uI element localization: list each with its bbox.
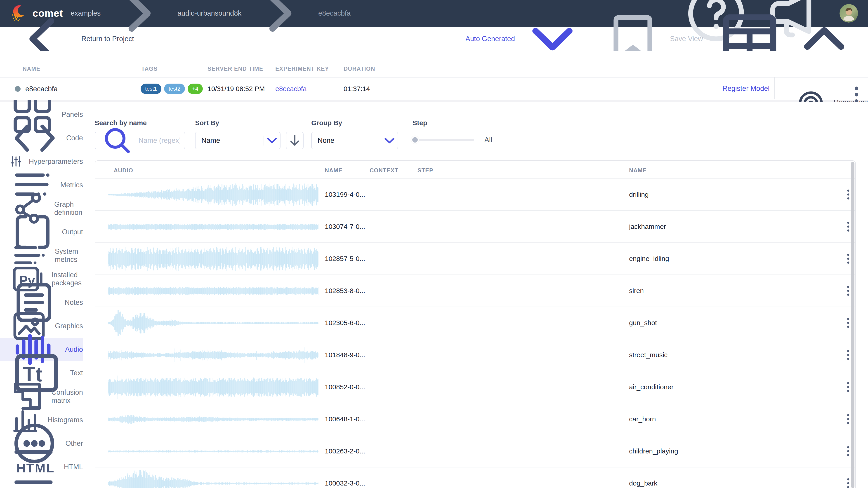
chevron-right-icon	[246, 0, 314, 47]
audio-row: 102305-6-0... gun_shot	[95, 307, 855, 339]
audio-file-name: 103074-7-0...	[325, 223, 365, 230]
audio-file-name: 101848-9-0...	[325, 351, 365, 359]
sidebar-item-label: Other	[65, 440, 83, 448]
save-view-label: Save View	[670, 35, 703, 43]
audio-waveform[interactable]	[108, 309, 318, 337]
sidebar-item-label: Code	[66, 134, 83, 142]
search-input-wrapper	[95, 132, 185, 149]
register-model-button[interactable]: Register Model	[722, 85, 770, 93]
experiment-tag[interactable]: test2	[164, 84, 185, 94]
group-filter-group: Group By None	[311, 119, 398, 149]
svg-text:HTML: HTML	[16, 461, 55, 475]
audio-file-name: 102305-6-0...	[325, 319, 365, 327]
sidebar-item-label: Metrics	[60, 181, 83, 189]
audio-row: 100852-0-0... air_conditioner	[95, 371, 855, 403]
column-header-name[interactable]: NAME	[23, 66, 40, 72]
app-root: comet examplesaudio-urbansound8ke8ecacbf…	[0, 0, 868, 488]
column-header-server-end-time[interactable]: SERVER END TIME	[208, 66, 264, 72]
sort-filter-group: Sort By Name	[195, 119, 304, 149]
chevron-down-icon	[264, 132, 280, 149]
audio-rows: 103199-4-0... drilling 103074-7-0... jac…	[95, 179, 855, 488]
audio-label: engine_idling	[629, 255, 669, 263]
experiment-key-link[interactable]: e8ecacbfa	[275, 85, 307, 93]
sidebar-item-label: Confusion matrix	[51, 388, 83, 404]
search-filter-group: Search by name	[95, 119, 185, 149]
experiment-name[interactable]: e8ecacbfa	[25, 85, 58, 93]
column-header-tags[interactable]: TAGS	[141, 66, 158, 72]
audio-row: 102853-8-0... siren	[95, 275, 855, 307]
experiment-tag[interactable]: test1	[141, 84, 161, 94]
step-slider-thumb[interactable]	[411, 136, 419, 144]
sidebar-item[interactable]: Code	[0, 126, 83, 150]
audio-row: 102857-5-0... engine_idling	[95, 243, 855, 275]
audio-column-header[interactable]: AUDIO	[114, 167, 133, 174]
sort-by-select[interactable]: Name	[195, 132, 281, 149]
breadcrumb-item[interactable]: e8ecacbfa	[318, 9, 350, 18]
group-by-select[interactable]: None	[311, 132, 398, 149]
audio-label: gun_shot	[629, 319, 657, 327]
sidebar-item[interactable]: HTML HTML	[0, 455, 83, 479]
audio-tab-content: Search by name Sort By Name	[83, 102, 868, 488]
sidebar-item-label: Graph definition	[54, 200, 83, 217]
audio-file-name: 100852-0-0...	[325, 383, 365, 391]
name-column-header[interactable]: NAME	[325, 167, 342, 174]
audio-label: siren	[629, 287, 644, 295]
audio-row: 100263-2-0... children_playing	[95, 435, 855, 467]
audio-row: 101848-9-0... street_music	[95, 339, 855, 371]
audio-file-name: 100032-3-0...	[325, 480, 365, 487]
audio-table-panel: AUDIO NAME CONTEXT STEP NAME 103199-4-0.…	[95, 160, 856, 488]
content-area: Panels Code Hyperparameters Metrics Grap…	[0, 102, 868, 488]
experiment-summary-table: NAME TAGS SERVER END TIME EXPERIMENT KEY…	[0, 51, 868, 100]
sidebar-item-label: Notes	[65, 298, 83, 306]
sort-by-value: Name	[195, 136, 264, 144]
audio-label: car_horn	[629, 415, 656, 423]
audio-waveform[interactable]	[108, 277, 318, 305]
header-divider	[0, 77, 868, 78]
sidebar-item-label: Output	[62, 228, 83, 236]
audio-label: jackhammer	[629, 223, 666, 230]
breadcrumb-item[interactable]: audio-urbansound8k	[178, 9, 241, 18]
audio-file-name: 100263-2-0...	[325, 447, 365, 455]
audio-file-name: 100648-1-0...	[325, 415, 365, 423]
server-end-time-value: 10/31/19 08:52 PM	[208, 85, 265, 93]
view-selector-value: Auto Generated	[465, 35, 515, 43]
sidebar-item-label: Audio	[65, 346, 83, 354]
experiment-status-dot	[15, 86, 21, 92]
search-input[interactable]	[138, 136, 180, 144]
search-icon	[100, 123, 135, 158]
sort-direction-button[interactable]	[286, 132, 304, 149]
column-header-experiment-key[interactable]: EXPERIMENT KEY	[275, 66, 329, 72]
audio-label: street_music	[629, 351, 668, 359]
step-slider-track[interactable]	[412, 139, 474, 141]
audio-file-name: 102853-8-0...	[325, 287, 365, 295]
arrow-down-icon	[286, 132, 303, 149]
step-label: Step	[412, 119, 492, 127]
audio-waveform[interactable]	[108, 469, 318, 488]
audio-label: drilling	[629, 191, 649, 198]
audio-label: air_conditioner	[629, 383, 674, 391]
audio-waveform[interactable]	[108, 405, 318, 433]
audio-waveform[interactable]	[108, 245, 318, 273]
vertical-scrollbar[interactable]	[851, 162, 855, 488]
experiment-tag[interactable]: +4	[188, 84, 203, 94]
label-column-header[interactable]: NAME	[629, 167, 647, 174]
audio-row: 103199-4-0... drilling	[95, 179, 855, 211]
section-divider	[0, 100, 868, 102]
audio-waveform[interactable]	[108, 341, 318, 369]
sort-by-label: Sort By	[195, 119, 304, 127]
context-column-header[interactable]: CONTEXT	[370, 167, 398, 174]
step-column-header[interactable]: STEP	[417, 167, 433, 174]
html-icon: HTML	[9, 443, 58, 488]
column-header-duration[interactable]: DURATION	[344, 66, 375, 72]
actions-divider	[774, 77, 775, 99]
audio-label: children_playing	[629, 447, 678, 455]
audio-waveform[interactable]	[108, 437, 318, 465]
return-to-project-label: Return to Project	[81, 35, 134, 43]
audio-waveform[interactable]	[108, 373, 318, 401]
sidebar-item-label: Panels	[61, 110, 83, 119]
sidebar-item-label: HTML	[64, 463, 83, 471]
audio-waveform[interactable]	[108, 181, 318, 209]
step-value: All	[485, 136, 492, 144]
audio-waveform[interactable]	[108, 213, 318, 241]
audio-table-header: AUDIO NAME CONTEXT STEP NAME	[95, 161, 855, 178]
